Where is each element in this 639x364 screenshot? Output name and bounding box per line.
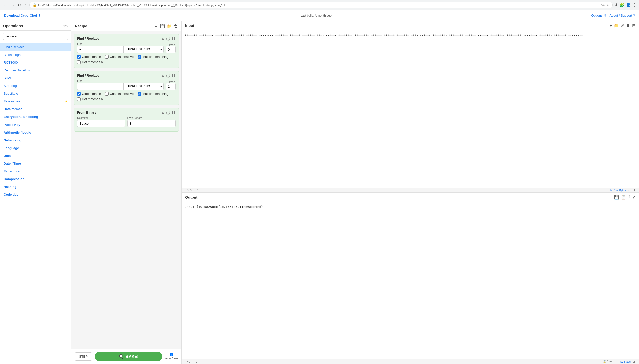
op-1-collapse-button[interactable]: ▲ [161, 36, 165, 40]
output-content: DASCTF{10c58258ccf1e7c631e5911ed6acc4ed} [182, 202, 639, 359]
delimiter-input[interactable] [77, 120, 125, 127]
op-1-find-label: Find [77, 42, 164, 45]
home-button[interactable]: ⌂ [23, 2, 27, 8]
output-expand-button[interactable]: ⤢ [632, 195, 635, 200]
byte-length-input[interactable] [127, 120, 176, 127]
search-input[interactable] [3, 33, 68, 40]
multiline-text-2: Multiline matching [142, 92, 168, 96]
input-textarea[interactable]: +++++++ +++++++- +++++++- +++++++ ++++++… [182, 30, 639, 188]
input-raw-bytes-button[interactable]: Tr Raw Bytes [610, 189, 626, 192]
refresh-button[interactable]: ↻ [17, 2, 22, 8]
output-chars-count: ≡ 40 [185, 360, 190, 363]
op-2-replace-input[interactable] [166, 83, 176, 90]
op-1-global-match-checkbox[interactable] [77, 55, 81, 59]
recipe-collapse-button[interactable]: ▲ [154, 24, 158, 28]
op-1-dot-matches-checkbox[interactable] [77, 60, 81, 64]
recipe-folder-button[interactable]: 📁 [167, 24, 172, 28]
op-1-replace-input[interactable] [166, 46, 176, 53]
sidebar-category-compression[interactable]: Compression [0, 175, 71, 183]
sidebar-item-substitute[interactable]: Substitute [0, 90, 71, 97]
profile-button[interactable]: 👤 [626, 3, 631, 7]
output-lf-label: LF [633, 360, 636, 363]
op-2-case-insensitive-label[interactable]: Case insensitive [105, 92, 134, 96]
options-button[interactable]: Options ⚙ [591, 14, 607, 17]
output-raw-bytes-button[interactable]: Tr Raw Bytes [614, 360, 631, 363]
sidebar-item-bit-shift-right[interactable]: Bit shift right [0, 51, 71, 59]
op-2-global-match-checkbox[interactable] [77, 92, 81, 96]
recipe-delete-button[interactable]: 🗑 [174, 24, 178, 28]
op-1-find-type-select[interactable]: SIMPLE STRING Regex Extended (\\n, \\t, … [123, 46, 163, 53]
op-2-remove-button[interactable]: ▮▮ [172, 73, 176, 77]
sidebar-category-favourites[interactable]: Favourites ★ [0, 97, 71, 105]
recipe-header-actions: ▲ 💾 📁 🗑 [154, 24, 178, 28]
op-2-multiline-checkbox[interactable] [138, 92, 141, 96]
op-2-collapse-button[interactable]: ▲ [161, 73, 165, 77]
browser-bar: ← → ↻ ⌂ 🔒 file:///C:/Users/GoodLunatic/D… [0, 0, 639, 10]
sidebar: Operations 440 Find / Replace Bit shift … [0, 21, 71, 364]
download-manager-button[interactable]: ⬇ [615, 3, 618, 7]
from-binary-collapse-button[interactable]: ▲ [161, 110, 165, 114]
sidebar-category-arithmetic-logic[interactable]: Arithmetic / Logic [0, 129, 71, 136]
from-binary-disable-button[interactable]: ◯ [166, 110, 170, 114]
output-save-button[interactable]: 💾 [614, 195, 619, 200]
op-2-disable-button[interactable]: ◯ [166, 73, 170, 77]
forward-button[interactable]: → [10, 2, 16, 8]
op-1-case-insensitive-checkbox[interactable] [105, 55, 109, 59]
from-binary-remove-button[interactable]: ▮▮ [172, 110, 176, 114]
sidebar-item-streebog[interactable]: Streebog [0, 82, 71, 90]
input-add-button[interactable]: + [610, 23, 612, 28]
sidebar-category-networking[interactable]: Networking [0, 136, 71, 144]
sidebar-item-sha0[interactable]: SHA0 [0, 74, 71, 82]
input-section: Input + 📁 ⤢ 🗑 ⊞ +++++++ +++++++- +++++++… [182, 21, 639, 193]
op-1-dot-matches-label[interactable]: Dot matches all [77, 60, 104, 64]
op-1-disable-button[interactable]: ◯ [166, 36, 170, 40]
input-folder-button[interactable]: 📁 [614, 23, 619, 28]
op-2-global-match-label[interactable]: Global match [77, 92, 101, 96]
input-grid-button[interactable]: ⊞ [632, 23, 635, 28]
op-2-multiline-label[interactable]: Multiline matching [138, 92, 168, 96]
input-delete-button[interactable]: 🗑 [626, 23, 630, 28]
auto-bake-checkbox[interactable] [170, 353, 173, 356]
download-cyberchef-button[interactable]: Download CyberChef ⬇ [4, 14, 41, 17]
step-button[interactable]: STEP [75, 352, 92, 361]
auto-bake-label[interactable] [170, 353, 173, 356]
op-2-dot-matches-checkbox[interactable] [77, 97, 81, 101]
extensions-button[interactable]: 🧩 [619, 3, 624, 7]
sidebar-item-rot8000[interactable]: ROT8000 [0, 59, 71, 66]
recipe-save-button[interactable]: 💾 [160, 24, 165, 28]
op-1-case-insensitive-label[interactable]: Case insensitive [105, 55, 134, 59]
sidebar-category-date-time[interactable]: Date / Time [0, 160, 71, 167]
bake-button[interactable]: 🍳 BAKE! [95, 352, 162, 361]
back-button[interactable]: ← [3, 2, 9, 8]
last-build: Last build: A month ago [41, 14, 591, 17]
sidebar-category-code-tidy[interactable]: Code tidy [0, 191, 71, 198]
browser-nav: ← → ↻ ⌂ [3, 2, 27, 8]
op-2-find-type-select[interactable]: SIMPLE STRING Regex Extended (\\n, \\t, … [123, 83, 163, 90]
output-copy-button[interactable]: 📋 [621, 195, 626, 200]
sidebar-category-utils[interactable]: Utils [0, 152, 71, 160]
input-expand-button[interactable]: ⤢ [621, 23, 624, 28]
address-bar[interactable]: 🔒 file:///C:/Users/GoodLunatic/Desktop/C… [29, 2, 613, 8]
sidebar-item-remove-diacritics[interactable]: Remove Diacritics [0, 66, 71, 74]
op-2-case-insensitive-checkbox[interactable] [105, 92, 109, 96]
sidebar-category-public-key[interactable]: Public Key [0, 121, 71, 129]
sidebar-category-hashing[interactable]: Hashing [0, 183, 71, 191]
sidebar-item-find-replace[interactable]: Find / Replace [0, 43, 71, 51]
op-1-global-match-label[interactable]: Global match [77, 55, 101, 59]
address-text: file:///C:/Users/GoodLunatic/Desktop/CTF… [38, 4, 226, 7]
sidebar-items: Find / Replace Bit shift right ROT8000 R… [0, 42, 71, 364]
op-1-remove-button[interactable]: ▮▮ [172, 36, 176, 40]
browser-menu-button[interactable]: ⋮ [632, 3, 636, 7]
op-1-multiline-label[interactable]: Multiline matching [138, 55, 168, 59]
about-support-button[interactable]: About / Support ? [609, 14, 635, 17]
sidebar-category-data-format[interactable]: Data format [0, 105, 71, 113]
sidebar-category-language[interactable]: Language [0, 144, 71, 152]
op-card-2-header: Find / Replace ▲ ◯ ▮▮ [77, 73, 176, 77]
op-2-dot-matches-label[interactable]: Dot matches all [77, 97, 104, 101]
op-1-multiline-checkbox[interactable] [138, 55, 141, 59]
op-1-find-input[interactable] [77, 46, 123, 53]
op-2-find-input[interactable] [77, 83, 123, 90]
output-send-to-input-button[interactable]: ⤴ [628, 195, 630, 199]
sidebar-category-extractors[interactable]: Extractors [0, 167, 71, 175]
sidebar-category-encryption-encoding[interactable]: Encryption / Encoding [0, 113, 71, 121]
